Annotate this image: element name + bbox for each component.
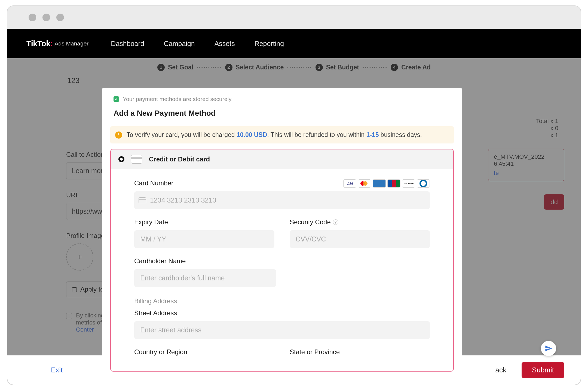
help-fab[interactable] [541, 341, 556, 356]
visa-icon: VISA [343, 179, 356, 188]
payment-type-radio[interactable] [118, 156, 124, 162]
street-label: Street Address [134, 309, 430, 317]
browser-frame: TikTok : Ads Manager Dashboard Campaign … [7, 5, 581, 385]
nav-campaign[interactable]: Campaign [164, 40, 195, 48]
traffic-dot-icon [42, 14, 50, 21]
back-button[interactable]: ack [487, 362, 514, 378]
mastercard-icon [358, 179, 371, 188]
help-icon[interactable]: ? [333, 219, 338, 225]
diners-icon [417, 179, 430, 188]
top-nav: TikTok : Ads Manager Dashboard Campaign … [7, 29, 581, 58]
shield-icon: ✓ [114, 96, 119, 102]
state-label: State or Province [290, 348, 430, 356]
cardholder-label: Cardholder Name [134, 257, 430, 265]
payment-type-row[interactable]: Credit or Debit card [111, 149, 453, 169]
warning-icon: ! [115, 131, 122, 139]
payment-modal: ✓ Your payment methods are stored secure… [102, 88, 462, 372]
modal-title: Add a New Payment Method [114, 109, 451, 118]
nav-assets[interactable]: Assets [215, 40, 235, 48]
verify-notice: ! To verify your card, you will be charg… [110, 126, 454, 143]
accepted-cards: VISA DISCOVER [343, 179, 430, 188]
street-input[interactable] [134, 321, 430, 339]
brand-logo: TikTok [26, 39, 50, 48]
card-icon [139, 197, 146, 203]
paper-plane-icon [545, 345, 552, 352]
submit-button[interactable]: Submit [522, 362, 564, 378]
billing-section-label: Billing Address [134, 297, 430, 305]
brand-subtitle: Ads Manager [54, 40, 88, 47]
payment-method-frame: Credit or Debit card VISA DISCOVER Card … [110, 149, 454, 372]
expiry-label: Expiry Date [134, 218, 274, 226]
cvv-input[interactable] [290, 230, 430, 248]
cvv-label: Security Code ? [290, 218, 430, 226]
nav-reporting[interactable]: Reporting [255, 40, 284, 48]
payment-type-label: Credit or Debit card [149, 155, 210, 163]
discover-icon: DISCOVER [402, 179, 415, 188]
nav-dashboard[interactable]: Dashboard [111, 40, 144, 48]
window-traffic-lights [7, 6, 581, 29]
secure-text: Your payment methods are stored securely… [123, 96, 233, 102]
exit-button[interactable]: Exit [51, 366, 63, 374]
amex-icon [373, 179, 386, 188]
traffic-dot-icon [29, 14, 36, 21]
jcb-icon [387, 179, 400, 188]
expiry-input[interactable]: MM / YY [134, 230, 274, 248]
brand-colon: : [50, 39, 53, 48]
traffic-dot-icon [56, 14, 64, 21]
country-label: Country or Region [134, 348, 274, 356]
card-number-input[interactable] [134, 191, 430, 209]
card-icon [131, 155, 142, 164]
cardholder-input[interactable] [134, 269, 276, 287]
